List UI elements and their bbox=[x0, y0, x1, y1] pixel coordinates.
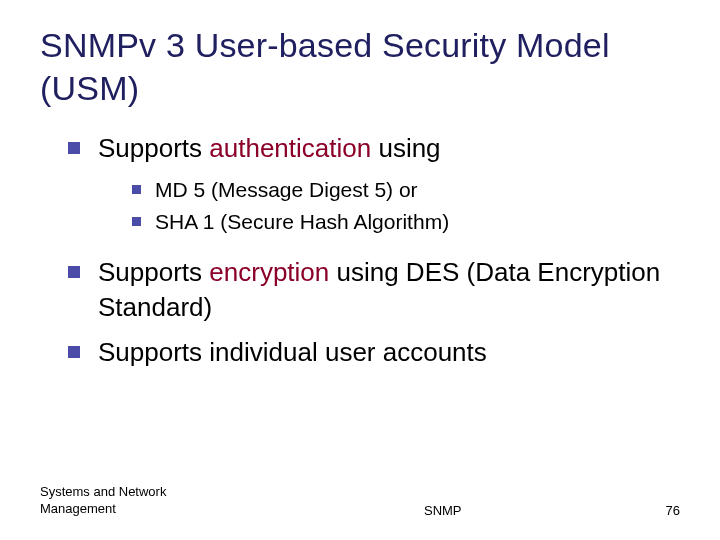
highlight-text: encryption bbox=[209, 257, 329, 287]
list-item: Supports individual user accounts bbox=[68, 335, 680, 370]
slide: SNMPv 3 User-based Security Model (USM) … bbox=[0, 0, 720, 540]
slide-title: SNMPv 3 User-based Security Model (USM) bbox=[40, 24, 680, 109]
bullet-text: Supports encryption using DES (Data Encr… bbox=[98, 255, 680, 325]
list-item: MD 5 (Message Digest 5) or bbox=[132, 176, 680, 204]
square-bullet-icon bbox=[132, 217, 141, 226]
square-bullet-icon bbox=[68, 346, 80, 358]
list-item: SHA 1 (Secure Hash Algorithm) bbox=[132, 208, 680, 236]
slide-body: Supports authentication using MD 5 (Mess… bbox=[40, 131, 680, 370]
square-bullet-icon bbox=[68, 142, 80, 154]
list-item: Supports encryption using DES (Data Encr… bbox=[68, 255, 680, 325]
square-bullet-icon bbox=[132, 185, 141, 194]
text-fragment: Supports bbox=[98, 257, 209, 287]
bullet-list-level1: Supports authentication using bbox=[68, 131, 680, 166]
bullet-text: Supports individual user accounts bbox=[98, 335, 680, 370]
footer-center-text: SNMP bbox=[220, 503, 666, 518]
square-bullet-icon bbox=[68, 266, 80, 278]
page-number: 76 bbox=[666, 503, 680, 518]
bullet-text: SHA 1 (Secure Hash Algorithm) bbox=[155, 208, 449, 236]
highlight-text: authentication bbox=[209, 133, 371, 163]
bullet-list-level2: MD 5 (Message Digest 5) or SHA 1 (Secure… bbox=[68, 176, 680, 237]
bullet-list-level1: Supports encryption using DES (Data Encr… bbox=[68, 255, 680, 370]
footer-left-text: Systems and Network Management bbox=[40, 484, 220, 518]
slide-footer: Systems and Network Management SNMP 76 bbox=[40, 484, 680, 518]
bullet-text: Supports authentication using bbox=[98, 131, 680, 166]
text-fragment: using bbox=[371, 133, 440, 163]
text-fragment: Supports bbox=[98, 133, 209, 163]
bullet-text: MD 5 (Message Digest 5) or bbox=[155, 176, 418, 204]
list-item: Supports authentication using bbox=[68, 131, 680, 166]
